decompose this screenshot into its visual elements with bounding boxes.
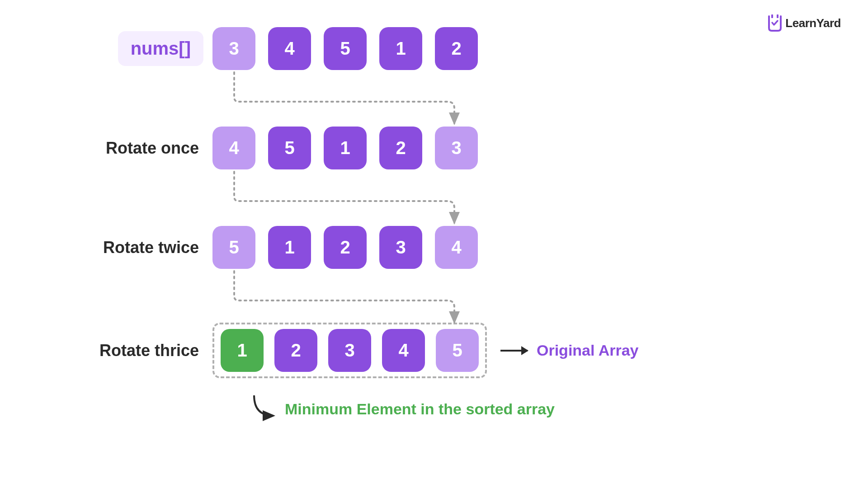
arrow-icon	[500, 350, 528, 352]
array-box: 1	[268, 226, 311, 269]
logo: LearnYard	[767, 14, 841, 32]
array-box: 3	[379, 226, 422, 269]
logo-icon	[767, 14, 783, 32]
array-box: 3	[328, 329, 371, 372]
array-box: 4	[268, 27, 311, 70]
array-row-2: Rotate twice 5 1 2 3 4	[72, 226, 638, 269]
row-label: Rotate once	[72, 139, 212, 158]
connector-arrow-1	[212, 70, 529, 133]
array-box: 3	[212, 27, 255, 70]
array-box: 1	[324, 127, 367, 169]
array-box: 4	[435, 226, 478, 269]
array-box: 2	[324, 226, 367, 269]
array-box: 4	[212, 127, 255, 169]
box-group-2: 5 1 2 3 4	[212, 226, 478, 269]
svg-rect-1	[777, 14, 778, 18]
array-box: 5	[324, 27, 367, 70]
array-box: 2	[379, 127, 422, 169]
array-box: 5	[436, 329, 479, 372]
array-box: 1	[221, 329, 264, 372]
logo-text: LearnYard	[785, 16, 841, 30]
array-row-1: Rotate once 4 5 1 2 3	[72, 127, 638, 169]
array-box: 4	[382, 329, 425, 372]
array-box: 5	[212, 226, 255, 269]
array-row-0: nums[] 3 4 5 1 2	[72, 27, 638, 70]
svg-rect-0	[771, 14, 773, 18]
row-label: Rotate thrice	[72, 341, 212, 360]
array-box: 2	[274, 329, 317, 372]
row-label: Rotate twice	[72, 238, 212, 257]
diagram-container: nums[] 3 4 5 1 2 Rotate once 4 5 1 2 3 R…	[72, 27, 638, 435]
box-group-1: 4 5 1 2 3	[212, 127, 478, 169]
minimum-element-annotation: Minimum Element in the sorted array	[249, 393, 555, 425]
connector-arrow-2	[212, 169, 529, 233]
array-row-3: Rotate thrice 1 2 3 4 5 Original Array	[72, 323, 638, 378]
original-array-label: Original Array	[537, 342, 638, 359]
array-box: 5	[268, 127, 311, 169]
dashed-box-group: 1 2 3 4 5	[212, 323, 487, 378]
box-group-0: 3 4 5 1 2	[212, 27, 478, 70]
array-box: 3	[435, 127, 478, 169]
minimum-element-label: Minimum Element in the sorted array	[285, 400, 555, 418]
curve-arrow-icon	[249, 393, 280, 425]
original-array-annotation: Original Array	[500, 342, 638, 359]
array-box: 1	[379, 27, 422, 70]
nums-label: nums[]	[118, 31, 203, 66]
row-label-wrap: nums[]	[72, 31, 212, 66]
array-box: 2	[435, 27, 478, 70]
